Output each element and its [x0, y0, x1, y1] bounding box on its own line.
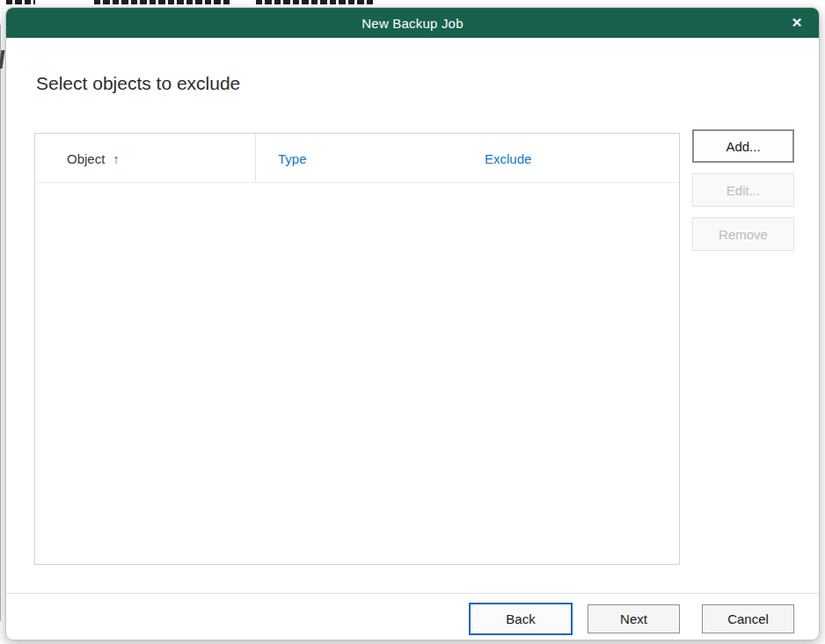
dialog-titlebar: New Backup Job ✕ — [6, 8, 819, 38]
exclusions-table: Object ↑ Type Exclude — [34, 133, 680, 565]
new-backup-job-dialog: New Backup Job ✕ Select objects to exclu… — [5, 7, 820, 640]
column-header-exclude-label: Exclude — [485, 151, 531, 166]
background-text-fragment — [0, 50, 4, 69]
cancel-button[interactable]: Cancel — [702, 604, 794, 633]
column-header-object-label: Object — [67, 151, 105, 166]
page-title: Select objects to exclude — [36, 73, 240, 94]
close-icon: ✕ — [792, 15, 803, 31]
remove-button[interactable]: Remove — [692, 217, 794, 251]
back-button[interactable]: Back — [469, 603, 573, 635]
table-header-row: Object ↑ Type Exclude — [35, 134, 679, 183]
footer-divider — [6, 593, 819, 594]
sort-ascending-icon: ↑ — [113, 151, 120, 166]
edit-button[interactable]: Edit... — [692, 173, 794, 207]
column-header-exclude[interactable]: Exclude — [485, 134, 531, 183]
background-text-fragment — [6, 0, 35, 4]
column-header-type[interactable]: Type — [278, 134, 307, 183]
dialog-title: New Backup Job — [361, 16, 463, 31]
column-header-object[interactable]: Object ↑ — [67, 134, 120, 183]
next-button[interactable]: Next — [588, 604, 680, 633]
table-body-empty — [35, 184, 679, 564]
add-button[interactable]: Add... — [692, 129, 794, 163]
column-separator — [255, 134, 256, 183]
close-button[interactable]: ✕ — [782, 8, 812, 38]
background-text-fragment — [256, 0, 374, 4]
background-window-edge — [0, 25, 1, 621]
column-header-type-label: Type — [278, 151, 307, 166]
background-text-fragment — [94, 0, 232, 4]
